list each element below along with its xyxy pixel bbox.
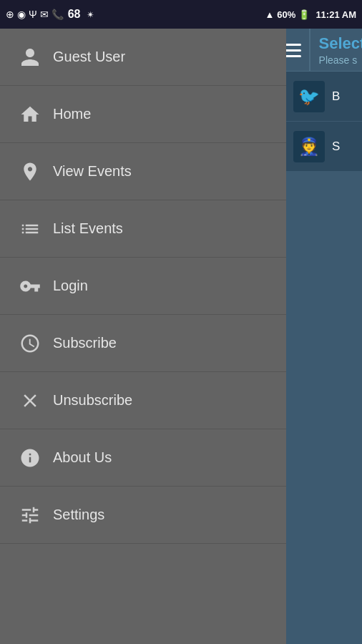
sidebar-item-about-us[interactable]: About Us bbox=[0, 429, 286, 487]
info-icon bbox=[14, 447, 46, 469]
status-left-icons: ⊕ ◉ Ψ ✉ 📞 68 ✴ bbox=[6, 8, 94, 21]
usb-icon: Ψ bbox=[29, 9, 37, 20]
battery-text: 60% bbox=[277, 9, 295, 20]
sliders-icon bbox=[14, 504, 46, 526]
close-x-icon bbox=[14, 390, 46, 411]
sidebar-item-view-events[interactable]: View Events bbox=[0, 143, 286, 200]
sidebar-item-guest-user[interactable]: Guest User bbox=[0, 29, 286, 86]
call-icon: 📞 bbox=[52, 9, 64, 20]
time-display: 11:21 AM bbox=[315, 9, 356, 20]
select-title: Select bbox=[319, 34, 362, 53]
settings-label: Settings bbox=[53, 507, 104, 523]
sidebar: Guest User Home View Events List Events bbox=[0, 29, 286, 644]
sidebar-item-subscribe[interactable]: Subscribe bbox=[0, 315, 286, 372]
view-events-label: View Events bbox=[53, 163, 132, 180]
status-right-icons: ▲ 60% 🔋 11:21 AM bbox=[265, 9, 356, 20]
guest-user-label: Guest User bbox=[53, 49, 125, 65]
right-panel: Select Please s 🐦 B 👮 S bbox=[286, 29, 362, 644]
subscribe-label: Subscribe bbox=[53, 335, 117, 351]
battery-icon: 🔋 bbox=[298, 9, 310, 20]
home-icon bbox=[14, 104, 46, 125]
hamburger-button[interactable] bbox=[286, 29, 310, 72]
event-list: 🐦 B 👮 S bbox=[286, 72, 362, 644]
sidebar-item-login[interactable]: Login bbox=[0, 258, 286, 315]
sidebar-item-home[interactable]: Home bbox=[0, 86, 286, 143]
event-item-2[interactable]: 👮 S bbox=[286, 122, 362, 172]
event-name-2: S bbox=[332, 140, 340, 154]
clock-icon bbox=[14, 333, 46, 354]
add-icon: ⊕ bbox=[6, 9, 14, 20]
wifi-icon: ▲ bbox=[265, 9, 274, 20]
status-bar: ⊕ ◉ Ψ ✉ 📞 68 ✴ ▲ 60% 🔋 11:21 AM bbox=[0, 0, 362, 29]
person-icon bbox=[14, 47, 46, 68]
about-us-label: About Us bbox=[53, 449, 112, 466]
location-icon: ◉ bbox=[17, 9, 26, 20]
list-icon bbox=[14, 218, 46, 240]
home-label: Home bbox=[53, 106, 91, 122]
login-label: Login bbox=[53, 278, 88, 294]
event-name-1: B bbox=[332, 89, 340, 104]
signal-number: 68 bbox=[68, 8, 81, 21]
unsubscribe-label: Unsubscribe bbox=[53, 392, 132, 409]
list-events-label: List Events bbox=[53, 220, 123, 237]
event-avatar-1: 🐦 bbox=[293, 81, 325, 112]
right-header: Select Please s bbox=[286, 29, 362, 72]
email-icon: ✉ bbox=[40, 9, 49, 20]
location-pin-icon bbox=[14, 161, 46, 182]
app-container: Guest User Home View Events List Events bbox=[0, 29, 362, 644]
hamburger-icon bbox=[286, 44, 301, 57]
select-header: Select Please s bbox=[310, 29, 362, 71]
sidebar-item-unsubscribe[interactable]: Unsubscribe bbox=[0, 372, 286, 429]
bluetooth-icon: ✴ bbox=[87, 9, 94, 20]
event-avatar-2: 👮 bbox=[293, 131, 325, 162]
sidebar-item-list-events[interactable]: List Events bbox=[0, 200, 286, 258]
key-icon bbox=[14, 275, 46, 297]
select-subtitle: Please s bbox=[319, 54, 362, 66]
event-item-1[interactable]: 🐦 B bbox=[286, 72, 362, 122]
sidebar-item-settings[interactable]: Settings bbox=[0, 487, 286, 544]
